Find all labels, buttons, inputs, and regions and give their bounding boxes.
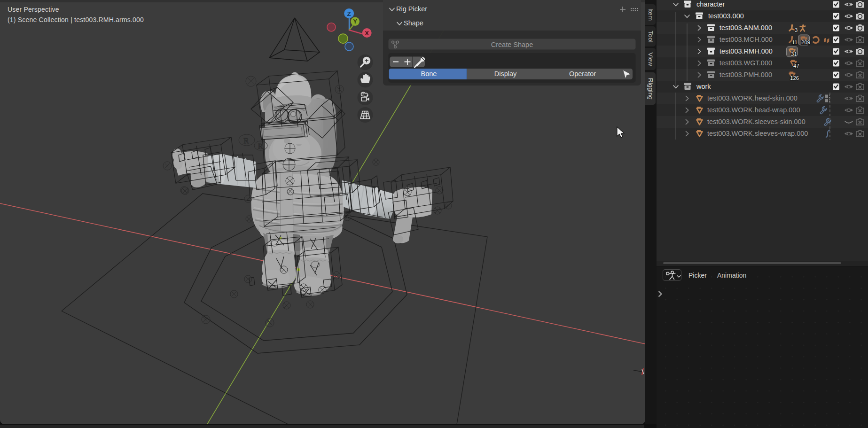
svg-text:209: 209 — [801, 39, 810, 45]
svg-text:X: X — [365, 30, 369, 37]
svg-text:31: 31 — [791, 51, 797, 57]
svg-text:11: 11 — [792, 39, 798, 45]
svg-text:47: 47 — [793, 63, 799, 69]
svg-text:3: 3 — [795, 27, 798, 33]
svg-text:126: 126 — [790, 75, 799, 81]
svg-text:Z: Z — [347, 10, 351, 17]
svg-text:Y: Y — [353, 18, 358, 25]
svg-text:R: R — [243, 136, 249, 145]
svg-text:R: R — [258, 142, 263, 150]
